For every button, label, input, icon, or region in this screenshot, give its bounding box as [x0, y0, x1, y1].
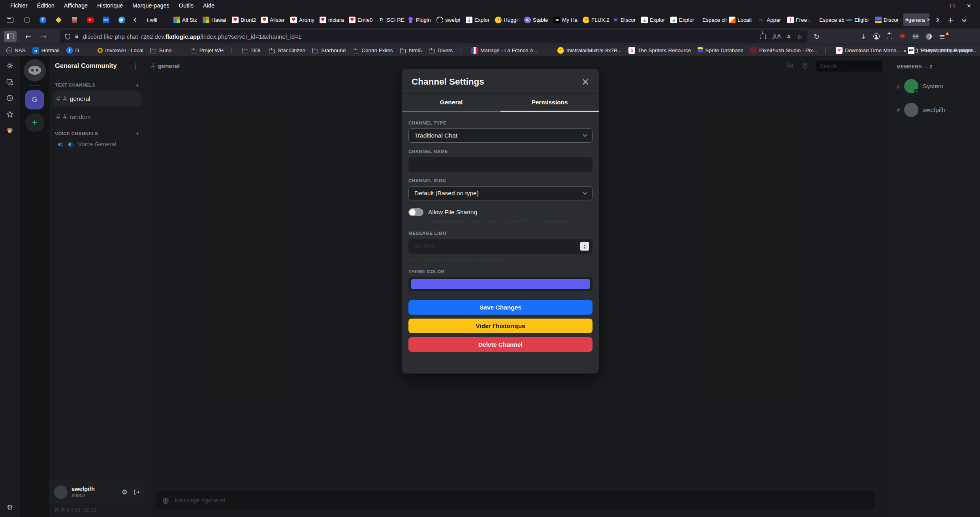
forward-button[interactable]: → [40, 32, 47, 41]
bookmark-item[interactable]: InvokeAI - Local [98, 47, 143, 53]
tab[interactable]: Stable [522, 13, 551, 26]
maximize-button[interactable]: □ [950, 2, 955, 9]
synced-tabs-icon[interactable] [6, 78, 14, 86]
bookmark-item[interactable]: Projet WH [190, 47, 224, 54]
tab[interactable]: Bruni2 [230, 13, 259, 26]
tab-general[interactable]: General [402, 94, 500, 112]
extensions-button[interactable] [887, 34, 892, 39]
add-server-button[interactable]: + [25, 113, 44, 132]
tab[interactable]: Espace abo [814, 13, 844, 26]
menu-item[interactable]: Fichier [6, 2, 32, 9]
bookmark-item[interactable] [230, 47, 235, 54]
tab[interactable]: Espace clie [698, 13, 727, 26]
bookmark-item[interactable]: Hotmail [32, 47, 60, 54]
tab[interactable]: SCI RE [376, 13, 405, 26]
menu-item[interactable]: Aide [198, 2, 219, 9]
voice-channel-item[interactable]: Voice General [53, 141, 141, 148]
server-menu-icon[interactable]: ⋮ [132, 62, 139, 70]
minimize-button[interactable]: — [932, 2, 938, 9]
reload-button[interactable]: ↻ [814, 32, 820, 41]
bookmark-item[interactable] [545, 47, 551, 54]
bookmark-item[interactable]: mistralai/Mixtral-8x7B... [557, 47, 622, 54]
tab[interactable]: Explor [464, 13, 493, 26]
tab[interactable]: Appar [756, 13, 785, 26]
tab[interactable]: FLUX.2 [581, 13, 610, 26]
user-avatar[interactable] [54, 485, 68, 499]
bookmark-item[interactable] [459, 47, 465, 54]
menu-item[interactable]: Historique [92, 2, 128, 9]
new-tab-button[interactable]: + [947, 15, 954, 25]
bookmark-item[interactable]: Star Citizen [269, 47, 305, 54]
bookmark-item[interactable] [179, 47, 184, 54]
bookmark-item[interactable]: Suno [150, 47, 172, 54]
scroll-tabs-left-button[interactable] [134, 17, 138, 22]
bookmark-item[interactable] [86, 47, 91, 54]
bookmark-item[interactable]: Conan Exiles [352, 47, 393, 54]
tab[interactable]: Aromy [288, 13, 318, 26]
add-voice-channel-button[interactable]: + [135, 130, 139, 137]
tab[interactable]: Alister [259, 13, 288, 26]
containers-icon[interactable] [6, 126, 14, 134]
channel-item[interactable]: # # general [53, 91, 141, 106]
pinned-tab[interactable] [35, 13, 51, 26]
pinned-tab[interactable] [66, 13, 82, 26]
tab-active[interactable]: #genera × [903, 13, 929, 26]
save-changes-button[interactable]: Save Changes [408, 300, 593, 315]
tab[interactable]: All Siz [171, 13, 201, 26]
bookmark-item[interactable]: html5 [400, 47, 422, 54]
member-row[interactable]: # System [897, 79, 972, 93]
clear-history-button[interactable]: Vider l'historique [408, 319, 593, 333]
pinned-tab[interactable] [82, 13, 98, 26]
tab[interactable]: Hawai [201, 13, 230, 26]
bookmark-star-icon[interactable]: ☆ [797, 33, 803, 40]
pinned-tab[interactable] [19, 13, 35, 26]
bookmark-item[interactable]: Divers [429, 47, 453, 54]
sidebar-toggle-button[interactable] [4, 31, 17, 42]
downloads-button[interactable]: ↓ [861, 33, 866, 40]
tab[interactable]: swefpi [435, 13, 464, 26]
spinner-up-icon[interactable]: ▲ [584, 244, 586, 246]
bookmark-item[interactable]: Sprite Database [698, 47, 743, 54]
pinned-tab[interactable] [51, 13, 66, 26]
sidebar-settings-gear-icon[interactable]: ⚙ [7, 503, 13, 511]
user-settings-gear-icon[interactable]: ⚙ [122, 488, 128, 496]
firefox-view-button[interactable] [3, 13, 17, 26]
tab[interactable]: Discor [610, 13, 639, 26]
logout-icon[interactable] [133, 489, 140, 495]
bookmark-item[interactable]: Starbound [312, 47, 346, 54]
scroll-tabs-right-button[interactable] [935, 17, 939, 22]
bookmark-item[interactable]: Download Time Mana... [836, 47, 901, 54]
home-server-button[interactable] [24, 59, 46, 81]
tab[interactable]: Eligibi [844, 13, 873, 26]
bookmark-item[interactable]: D [66, 47, 79, 54]
pinned-tab[interactable] [98, 13, 114, 26]
back-button[interactable]: ← [25, 32, 32, 41]
channel-item[interactable]: # # random [53, 109, 141, 125]
bookmark-item[interactable]: DDL [242, 47, 262, 54]
translate-alt-icon[interactable]: A [787, 34, 791, 40]
spinner-down-icon[interactable]: ▼ [584, 247, 586, 249]
app-menu-button[interactable]: ≡ [939, 32, 945, 41]
url-bar[interactable]: discord-like-php-chat-7262.dev.flatlogic… [60, 30, 807, 43]
member-row[interactable]: # swefpifh [897, 103, 972, 117]
menu-item[interactable]: Édition [32, 2, 59, 9]
channel-type-select[interactable]: Traditional Chat [408, 128, 593, 143]
ublock-extension-icon[interactable] [899, 33, 905, 40]
bookmark-item[interactable]: NAS [6, 47, 26, 53]
history-clock-icon[interactable] [6, 94, 14, 102]
tab[interactable]: Locati [727, 13, 756, 26]
message-limit-input[interactable] [408, 239, 593, 254]
server-header[interactable]: General Community ⋮ [49, 56, 145, 76]
tab[interactable]: Explor [639, 13, 668, 26]
tab[interactable]: Discor [873, 13, 902, 26]
menu-item[interactable]: Affichage [59, 2, 92, 9]
number-spinner[interactable]: ▲ ▼ [580, 242, 589, 251]
shield-icon[interactable] [65, 33, 71, 40]
server-button-general-community[interactable]: G [25, 90, 44, 109]
channel-name-input[interactable] [408, 157, 593, 172]
modal-close-icon[interactable]: × [581, 77, 589, 87]
list-all-tabs-button[interactable] [962, 17, 966, 22]
pinned-tab[interactable] [114, 13, 130, 26]
bookmark-item[interactable]: The Spriters Resource [628, 47, 691, 54]
delete-channel-button[interactable]: Delete Channel [408, 337, 593, 352]
